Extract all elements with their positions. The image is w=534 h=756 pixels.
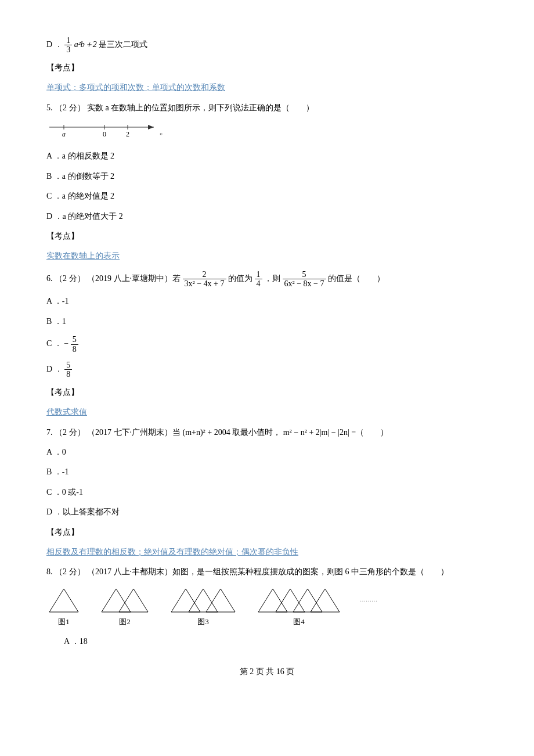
q5-stem: 5. （2 分） 实数 a 在数轴上的位置如图所示，则下列说法正确的是（ ） (46, 102, 488, 114)
denominator: 8 (64, 370, 72, 379)
triangle-4-svg (255, 586, 342, 615)
svg-text:↵: ↵ (160, 131, 163, 137)
figure-3-label: 图3 (197, 616, 209, 628)
numerator: 2 (183, 270, 226, 279)
q6-stem-suffix: 的值是（ ） (328, 274, 385, 283)
svg-text:0: 0 (103, 130, 106, 138)
triangle-figures: 图1 图2 图3 图4 ……… (46, 586, 488, 628)
numerator: 5 (64, 361, 72, 370)
expression-2: m² − n² + 2|m| − |2n| (283, 428, 349, 437)
page-footer: 第 2 页 共 16 页 (46, 665, 488, 678)
fraction-expr-1: 2 3x² − 4x + 7 (183, 270, 226, 289)
q7-option-d: D ．以上答案都不对 (46, 506, 488, 519)
q6-stem-mid2: ，则 (264, 274, 283, 283)
q7-stem-suffix: =（ ） (351, 428, 388, 437)
triangle-1-svg (46, 586, 81, 615)
q7-stem: 7. （2 分） （2017 七下·广州期末）当 (m+n)² + 2004 取… (46, 426, 488, 439)
q5-option-a: A ．a 的相反数是 2 (46, 150, 488, 163)
option-d-text: 是三次二项式 (99, 40, 147, 49)
numerator: 1 (64, 36, 72, 45)
triangle-3-svg (168, 586, 238, 615)
figure-2-label: 图2 (119, 616, 131, 628)
figure-1: 图1 (46, 586, 81, 628)
fraction-5-8: 5 8 (71, 335, 78, 354)
kaodian-label: 【考点】 (46, 62, 488, 74)
kaodian-label: 【考点】 (46, 386, 488, 399)
denominator: 3 (64, 45, 72, 54)
expression: a²b＋2 (74, 40, 99, 49)
expression-1: (m+n)² + 2004 (183, 428, 230, 437)
kaodian-label: 【考点】 (46, 230, 488, 243)
option-d-prefix: D ． (46, 40, 63, 49)
fraction-1-3: 1 3 (64, 36, 72, 55)
q5-category: 实数在数轴上的表示 (46, 250, 488, 262)
fraction-expr-2: 5 6x² − 8x − 7 (283, 270, 326, 289)
ellipsis: ……… (360, 595, 377, 604)
q8-stem: 8. （2 分） （2017 八上·丰都期末）如图，是一组按照某种程度摆放成的图… (46, 566, 488, 578)
q5-option-b: B ．a 的倒数等于 2 (46, 170, 488, 183)
q6-stem-mid1: 的值为 (228, 274, 255, 283)
q7-category: 相反数及有理数的相反数；绝对值及有理数的绝对值；偶次幂的非负性 (46, 546, 488, 559)
denominator: 3x² − 4x + 7 (183, 279, 226, 288)
q5-option-c: C ．a 的绝对值是 2 (46, 190, 488, 203)
q4-option-d: D ． 1 3 a²b＋2 是三次二项式 (46, 36, 488, 55)
numerator: 5 (283, 270, 326, 279)
q6-option-c: C ． − 5 8 (46, 335, 488, 354)
numerator: 1 (255, 270, 262, 279)
minus-sign: − (64, 339, 68, 348)
svg-marker-9 (49, 589, 78, 612)
q7-stem-prefix: 7. （2 分） （2017 七下·广州期末）当 (46, 428, 183, 437)
kaodian-label: 【考点】 (46, 526, 488, 539)
q8-option-a: A ．18 (64, 635, 488, 648)
svg-text:2: 2 (126, 130, 129, 138)
q7-option-c: C ．0 或-1 (46, 486, 488, 499)
q6-stem: 6. （2 分） （2019 八上·覃塘期中）若 2 3x² − 4x + 7 … (46, 270, 488, 289)
fraction-5-8: 5 8 (64, 361, 72, 379)
q6-option-a: A ．-1 (46, 295, 488, 308)
figure-2: 图2 (99, 586, 151, 628)
q7-option-a: A ．0 (46, 446, 488, 459)
figure-1-label: 图1 (58, 616, 70, 628)
option-d-prefix: D ． (46, 365, 63, 373)
number-line-figure: a 0 2 ↵ (46, 121, 488, 143)
q6-category: 代数式求值 (46, 406, 488, 419)
svg-marker-1 (148, 125, 154, 129)
q6-option-d: D ． 5 8 (46, 361, 488, 379)
q7-stem-mid: 取最小值时， (232, 428, 281, 437)
numerator: 5 (71, 335, 78, 344)
denominator: 4 (255, 279, 262, 288)
denominator: 6x² − 8x − 7 (283, 279, 326, 288)
option-c-prefix: C ． (46, 339, 62, 348)
number-line-svg: a 0 2 ↵ (46, 121, 163, 139)
q7-option-b: B ．-1 (46, 466, 488, 478)
svg-text:a: a (62, 130, 66, 138)
q5-option-d: D ．a 的绝对值大于 2 (46, 210, 488, 223)
figure-4-label: 图4 (293, 616, 305, 628)
figure-3: 图3 (168, 586, 238, 628)
fraction-1-4: 1 4 (255, 270, 262, 289)
triangle-2-svg (99, 586, 151, 615)
figure-4: 图4 (255, 586, 342, 628)
denominator: 8 (71, 345, 78, 354)
q6-option-b: B ．1 (46, 315, 488, 328)
q4-category: 单项式；多项式的项和次数；单项式的次数和系数 (46, 81, 488, 94)
q6-stem-prefix: 6. （2 分） （2019 八上·覃塘期中）若 (46, 274, 183, 283)
